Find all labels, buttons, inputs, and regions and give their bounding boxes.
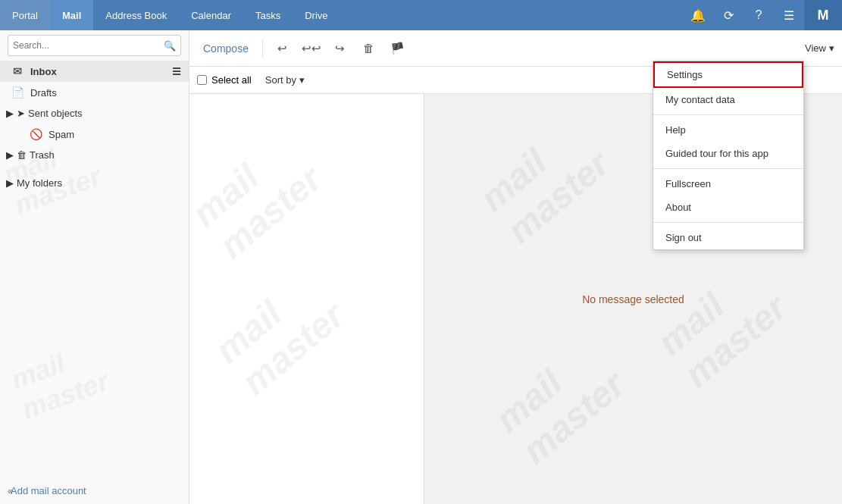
toolbar-separator-1 bbox=[262, 39, 263, 58]
search-input[interactable] bbox=[13, 40, 164, 51]
compose-button[interactable]: Compose bbox=[197, 39, 255, 58]
dropdown-item-settings[interactable]: Settings bbox=[653, 61, 803, 88]
sidebar-item-sent[interactable]: ▶ ➤ Sent objects bbox=[0, 103, 189, 124]
dropdown-item-help[interactable]: Help bbox=[653, 118, 803, 142]
watermark-preview-2: mailmaster bbox=[651, 265, 792, 384]
flag-button[interactable]: 🏴 bbox=[386, 36, 410, 61]
select-all-checkbox-area[interactable]: Select all bbox=[197, 74, 252, 86]
inbox-menu-icon[interactable]: ☰ bbox=[172, 66, 181, 77]
dropdown-item-mycontact[interactable]: My contact data bbox=[653, 88, 803, 111]
content-area: Compose ↩ ↩↩ ↪ 🗑 🏴 View ▾ Select all bbox=[189, 30, 842, 504]
spam-icon: 🚫 bbox=[29, 128, 42, 140]
settings-dropdown-menu: Settings My contact data Help Guided tou… bbox=[653, 61, 804, 250]
reply-button[interactable]: ↩ bbox=[271, 36, 295, 61]
no-message-label: No message selected bbox=[582, 293, 684, 305]
nav-tasks[interactable]: Tasks bbox=[243, 0, 293, 30]
dropdown-item-about[interactable]: About bbox=[653, 196, 803, 219]
app-logo[interactable]: M bbox=[804, 0, 842, 30]
nav-addressbook[interactable]: Address Book bbox=[93, 0, 179, 30]
main-layout: mailmaster mailmaster 🔍 ✉ Inbox ☰ 📄 Draf… bbox=[0, 30, 842, 504]
view-chevron-icon: ▾ bbox=[829, 42, 834, 54]
reply-all-button[interactable]: ↩↩ bbox=[299, 36, 324, 61]
nav-portal[interactable]: Portal bbox=[0, 0, 50, 30]
watermark-preview-3: mailmaster bbox=[490, 342, 631, 461]
trash-icon: 🗑 bbox=[17, 149, 27, 161]
settings-area: View ▾ bbox=[805, 42, 834, 54]
sent-expand-icon: ▶ bbox=[6, 108, 14, 119]
myfolders-expand-icon: ▶ bbox=[6, 177, 14, 189]
select-all-checkbox[interactable] bbox=[197, 75, 207, 85]
help-icon[interactable]: ? bbox=[743, 0, 774, 30]
sidebar-toolbar: 🔍 bbox=[0, 30, 189, 61]
dropdown-item-fullscreen[interactable]: Fullscreen bbox=[653, 172, 803, 196]
sidebar-item-drafts[interactable]: 📄 Drafts bbox=[0, 82, 189, 103]
trash-expand-icon: ▶ bbox=[6, 149, 14, 161]
nav-drive[interactable]: Drive bbox=[293, 0, 340, 30]
nav-calendar[interactable]: Calendar bbox=[179, 0, 243, 30]
sidebar-footer: Add mail account bbox=[0, 477, 189, 504]
sidebar-item-myfolders[interactable]: ▶ My folders bbox=[0, 173, 189, 193]
collapse-sidebar-button[interactable]: « bbox=[8, 486, 13, 496]
watermark-list-2: mailmaster bbox=[209, 273, 350, 392]
forward-button[interactable]: ↪ bbox=[328, 36, 352, 61]
sent-icon: ➤ bbox=[17, 108, 25, 119]
drafts-icon: 📄 bbox=[11, 86, 24, 99]
dropdown-item-signout[interactable]: Sign out bbox=[653, 226, 803, 249]
search-icon[interactable]: 🔍 bbox=[164, 40, 176, 52]
refresh-icon[interactable]: ⟳ bbox=[713, 0, 743, 30]
view-button[interactable]: View ▾ bbox=[805, 42, 834, 54]
sort-chevron-icon: ▾ bbox=[299, 74, 305, 86]
search-box: 🔍 bbox=[8, 35, 181, 56]
sidebar-item-inbox[interactable]: ✉ Inbox ☰ bbox=[0, 61, 189, 82]
dropdown-item-guidedtour[interactable]: Guided tour for this app bbox=[653, 142, 803, 165]
nav-mail[interactable]: Mail bbox=[50, 0, 93, 30]
inbox-icon: ✉ bbox=[11, 65, 24, 77]
dropdown-separator-2 bbox=[653, 168, 803, 169]
add-mail-account-link[interactable]: Add mail account bbox=[11, 485, 86, 496]
delete-button[interactable]: 🗑 bbox=[357, 36, 381, 61]
sidebar-item-trash[interactable]: ▶ 🗑 Trash bbox=[0, 145, 189, 165]
sidebar: mailmaster mailmaster 🔍 ✉ Inbox ☰ 📄 Draf… bbox=[0, 30, 189, 504]
bell-icon[interactable]: 🔔 bbox=[683, 0, 713, 30]
sidebar-nav: ✉ Inbox ☰ 📄 Drafts ▶ ➤ Sent objects 🚫 Sp… bbox=[0, 61, 189, 477]
dropdown-separator-3 bbox=[653, 222, 803, 223]
watermark-preview-1: mailmaster bbox=[474, 121, 615, 240]
dropdown-separator-1 bbox=[653, 114, 803, 115]
sidebar-item-spam[interactable]: 🚫 Spam bbox=[0, 124, 189, 145]
top-navigation: Portal Mail Address Book Calendar Tasks … bbox=[0, 0, 842, 30]
watermark-list-1: mailmaster bbox=[189, 136, 327, 255]
menu-icon[interactable]: ☰ bbox=[774, 0, 804, 30]
sort-button[interactable]: Sort by ▾ bbox=[265, 74, 305, 86]
top-nav-right: 🔔 ⟳ ? ☰ M bbox=[683, 0, 842, 30]
message-list-panel: mailmaster mailmaster bbox=[189, 94, 424, 504]
